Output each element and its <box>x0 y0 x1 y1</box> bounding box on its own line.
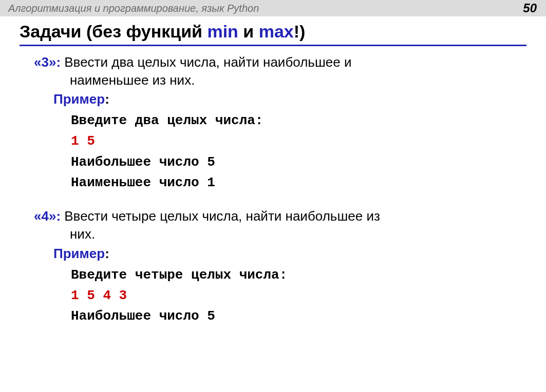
code-3-out1: Наибольшее число 5 <box>71 152 526 172</box>
task-3-line1: Ввести два целых числа, найти наибольшее… <box>61 54 351 70</box>
subject-title: Алгоритмизация и программирование, язык … <box>8 3 259 14</box>
slide-header: Алгоритмизация и программирование, язык … <box>0 0 546 16</box>
grade-3-label: «3»: <box>34 54 61 70</box>
title-func-max: max <box>259 22 294 41</box>
title-prefix: Задачи (без функций <box>20 22 207 41</box>
slide-content: Задачи (без функций min и max!) «3»: Вве… <box>0 16 546 326</box>
task-4-line2: них. <box>20 225 526 243</box>
main-title: Задачи (без функций min и max!) <box>20 22 526 46</box>
task-3: «3»: Ввести два целых числа, найти наибо… <box>20 53 526 193</box>
code-3-input: 1 5 <box>71 131 526 151</box>
task-3-line2: наименьшее из них. <box>20 71 526 89</box>
code-3-prompt: Введите два целых числа: <box>71 110 526 131</box>
task-4-text: «4»: Ввести четыре целых числа, найти на… <box>34 207 526 225</box>
code-4-input: 1 5 4 3 <box>71 285 526 306</box>
code-4-prompt: Введите четыре целых числа: <box>71 265 526 285</box>
task-4-line1: Ввести четыре целых числа, найти наиболь… <box>61 208 380 224</box>
task-4: «4»: Ввести четыре целых числа, найти на… <box>20 207 526 326</box>
example-colon: : <box>105 246 109 261</box>
example-word: Пример <box>53 246 105 261</box>
example-3-label: Пример: <box>53 91 526 107</box>
page-number: 50 <box>523 1 537 15</box>
example-4-label: Пример: <box>53 246 526 262</box>
code-block-4: Введите четыре целых числа: 1 5 4 3 Наиб… <box>71 265 526 327</box>
task-3-text: «3»: Ввести два целых числа, найти наибо… <box>34 53 526 71</box>
code-3-out2: Наименьшее число 1 <box>71 172 526 193</box>
code-block-3: Введите два целых числа: 1 5 Наибольшее … <box>71 110 526 193</box>
title-suffix: !) <box>294 22 306 41</box>
code-4-out1: Наибольшее число 5 <box>71 306 526 326</box>
title-and: и <box>238 22 259 41</box>
title-func-min: min <box>207 22 238 41</box>
grade-4-label: «4»: <box>34 208 61 224</box>
example-word: Пример <box>53 91 105 107</box>
example-colon: : <box>105 91 109 107</box>
